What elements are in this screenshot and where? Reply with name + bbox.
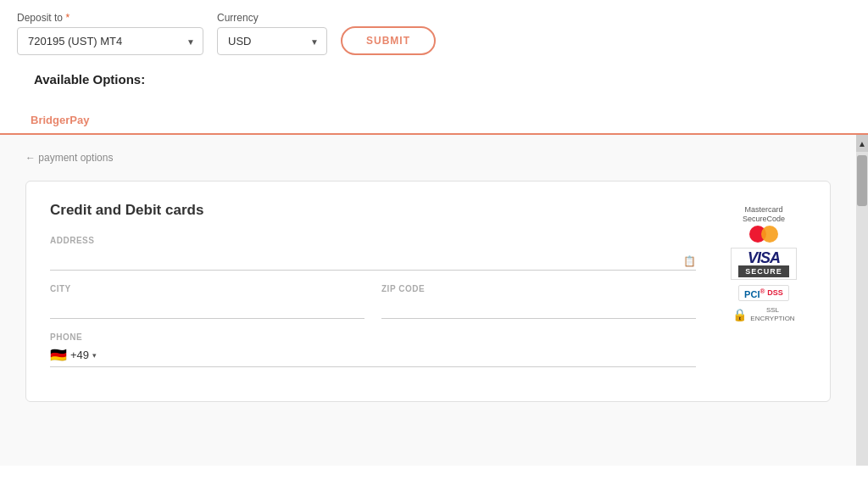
city-input[interactable]	[50, 299, 364, 319]
visa-text: VISA	[748, 250, 780, 265]
available-options-heading: Available Options:	[17, 69, 851, 98]
top-section: Deposit to * 720195 (UST) MT4 ▼ Currency…	[0, 0, 868, 107]
deposit-select-wrapper: 720195 (UST) MT4 ▼	[17, 27, 203, 55]
scrollbar-thumb[interactable]	[857, 155, 867, 206]
mastercard-yellow-circle	[761, 226, 778, 243]
phone-label: PHONE	[50, 332, 696, 342]
mastercard-circles	[743, 226, 785, 243]
phone-dropdown-arrow-icon[interactable]: ▾	[92, 351, 97, 360]
currency-label: Currency	[217, 12, 327, 24]
zip-label: ZIP CODE	[381, 284, 696, 293]
scrollbar[interactable]: ▲	[856, 135, 868, 466]
scrollbar-up-button[interactable]: ▲	[856, 135, 868, 152]
zip-input[interactable]	[381, 299, 696, 319]
iframe-area: ← payment options Credit and Debit cards…	[0, 135, 868, 466]
phone-prefix: +49	[70, 349, 89, 361]
ssl-badge: 🔒 SSL ENCRYPTION	[732, 306, 794, 322]
ssl-line1: SSL	[750, 306, 794, 315]
address-field-group: ADDRESS 📋	[50, 236, 696, 271]
deposit-label-text: Deposit to	[17, 12, 63, 24]
city-zip-row: CITY ZIP CODE	[50, 284, 696, 319]
mastercard-badge: Mastercard SecureCode	[743, 205, 785, 243]
phone-row: 🇩🇪 +49 ▾	[50, 347, 696, 367]
currency-select[interactable]: USD	[217, 27, 327, 55]
city-label: CITY	[50, 284, 364, 293]
ssl-line2: ENCRYPTION	[750, 315, 794, 323]
bridgerpay-tab[interactable]: BridgerPay	[17, 107, 103, 135]
visa-badge: VISA SECURE	[731, 248, 797, 280]
address-input-wrapper: 📋	[50, 250, 696, 271]
currency-select-wrapper: USD ▼	[217, 27, 327, 55]
card-form-title: Credit and Debit cards	[50, 202, 696, 219]
flag-icon: 🇩🇪	[50, 347, 67, 363]
deposit-field-group: Deposit to * 720195 (UST) MT4 ▼	[17, 12, 203, 55]
zip-col: ZIP CODE	[381, 284, 696, 319]
city-col: CITY	[50, 284, 364, 319]
ssl-text: SSL ENCRYPTION	[750, 306, 794, 322]
phone-field-group: PHONE 🇩🇪 +49 ▾	[50, 332, 696, 367]
card-form-container: Credit and Debit cards ADDRESS 📋 CITY	[25, 181, 831, 402]
mastercard-text-line2: SecureCode	[743, 215, 785, 224]
deposit-label: Deposit to *	[17, 12, 203, 24]
address-label: ADDRESS	[50, 236, 696, 245]
required-star: *	[65, 12, 70, 24]
pci-text: PCI®	[744, 288, 765, 299]
city-zip-field-group: CITY ZIP CODE	[50, 284, 696, 319]
tab-bar: BridgerPay	[0, 107, 868, 135]
address-icon: 📋	[683, 255, 696, 267]
security-badges: Mastercard SecureCode VISA SECURE PCI®	[721, 202, 806, 381]
dss-text: DSS	[767, 288, 783, 297]
ssl-shield-icon: 🔒	[732, 308, 747, 321]
back-to-payment-options[interactable]: ← payment options	[25, 152, 831, 164]
pci-superscript: ®	[760, 288, 765, 295]
submit-button[interactable]: SUBMIT	[341, 26, 436, 55]
payment-content-area: ← payment options Credit and Debit cards…	[0, 135, 856, 466]
pci-dss-badge: PCI® DSS	[738, 285, 789, 302]
mastercard-text-line1: Mastercard	[743, 205, 785, 215]
visa-secure-text: SECURE	[738, 265, 789, 277]
currency-field-group: Currency USD ▼	[217, 12, 327, 55]
address-input[interactable]	[50, 250, 696, 271]
card-form-left: Credit and Debit cards ADDRESS 📋 CITY	[50, 202, 696, 381]
deposit-select[interactable]: 720195 (UST) MT4	[17, 27, 203, 55]
form-row: Deposit to * 720195 (UST) MT4 ▼ Currency…	[17, 12, 851, 55]
